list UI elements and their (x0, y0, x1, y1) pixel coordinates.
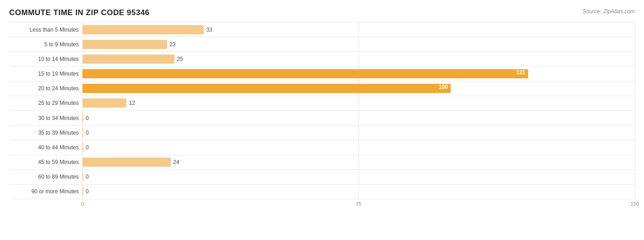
bar-track: 12 (82, 96, 635, 110)
bar-fill (82, 143, 83, 152)
bar-value-outside: 0 (86, 144, 89, 151)
bar-row: 10 to 14 Minutes25 (9, 52, 635, 66)
bar-fill (82, 158, 171, 167)
bar-fill (82, 25, 204, 34)
grid-line (359, 52, 359, 66)
grid-line (635, 52, 635, 66)
bar-row: Less than 5 Minutes33 (9, 22, 635, 37)
bar-value-outside: 0 (86, 174, 89, 180)
grid-line (359, 155, 359, 169)
bar-track: 25 (82, 52, 635, 66)
chart-title: COMMUTE TIME IN ZIP CODE 95346 (9, 8, 150, 17)
bar-track: 0 (82, 185, 635, 199)
bar-row: 30 to 34 Minutes0 (9, 111, 635, 125)
bar-value-outside: 0 (86, 130, 89, 136)
bar-label: 40 to 44 Minutes (9, 144, 82, 151)
grid-line (635, 140, 635, 154)
bar-label: 30 to 34 Minutes (9, 115, 82, 121)
x-tick: 0 (81, 201, 84, 207)
x-tick: 75 (356, 201, 361, 207)
bar-label: 60 to 89 Minutes (9, 174, 82, 180)
bar-track: 33 (82, 22, 635, 37)
bar-value-outside: 23 (169, 41, 175, 48)
grid-line (635, 125, 635, 140)
bar-row: 15 to 19 Minutes121 (9, 67, 635, 82)
bar-label: Less than 5 Minutes (9, 27, 82, 33)
x-axis: 075150 (82, 201, 635, 210)
bar-value-inside: 100 (439, 84, 448, 90)
bar-fill (82, 114, 83, 123)
grid-line (635, 111, 635, 125)
grid-line (359, 22, 359, 37)
grid-line (359, 37, 359, 51)
grid-line (359, 111, 359, 125)
grid-line (359, 125, 359, 140)
bar-row: 60 to 89 Minutes0 (9, 170, 635, 185)
grid-line (635, 155, 635, 169)
bar-fill (82, 55, 175, 64)
x-tick: 150 (631, 201, 639, 207)
bar-row: 45 to 59 Minutes24 (9, 155, 635, 170)
bar-fill: 100 (82, 84, 451, 93)
bar-label: 45 to 59 Minutes (9, 159, 82, 165)
bar-value-outside: 25 (177, 56, 183, 62)
chart-body: Less than 5 Minutes335 to 9 Minutes2310 … (9, 22, 635, 210)
bar-track: 100 (82, 82, 635, 96)
grid-line (635, 67, 635, 81)
grid-line (359, 96, 359, 110)
bar-track: 121 (82, 67, 635, 81)
bar-track: 0 (82, 125, 635, 140)
bar-value-inside: 121 (516, 69, 525, 76)
bar-track: 0 (82, 140, 635, 154)
grid-line (635, 37, 635, 51)
bar-track: 0 (82, 170, 635, 184)
bar-label: 35 to 39 Minutes (9, 130, 82, 136)
bar-row: 35 to 39 Minutes0 (9, 125, 635, 140)
bar-fill: 121 (82, 69, 528, 78)
bar-row: 5 to 9 Minutes23 (9, 37, 635, 52)
grid-line (359, 185, 359, 199)
grid-line (635, 96, 635, 110)
bar-label: 15 to 19 Minutes (9, 71, 82, 77)
bar-label: 10 to 14 Minutes (9, 56, 82, 62)
bar-row: 90 or more Minutes0 (9, 185, 635, 199)
bar-track: 23 (82, 37, 635, 51)
grid-line (635, 185, 635, 199)
bar-row: 40 to 44 Minutes0 (9, 140, 635, 155)
bar-fill (82, 98, 126, 108)
chart-source: Source: ZipAtlas.com (583, 8, 635, 15)
bar-fill (82, 128, 83, 137)
bar-value-outside: 33 (206, 27, 212, 33)
chart-container: COMMUTE TIME IN ZIP CODE 95346 Source: Z… (0, 0, 644, 240)
bar-label: 5 to 9 Minutes (9, 41, 82, 48)
bar-track: 24 (82, 155, 635, 169)
grid-line (635, 22, 635, 37)
bar-value-outside: 0 (86, 115, 89, 121)
bar-fill (82, 187, 83, 196)
bar-row: 20 to 24 Minutes100 (9, 82, 635, 96)
grid-line (635, 82, 635, 96)
bar-fill (82, 40, 167, 49)
bar-label: 25 to 29 Minutes (9, 100, 82, 106)
bar-value-outside: 0 (86, 188, 89, 195)
bars-area: Less than 5 Minutes335 to 9 Minutes2310 … (9, 22, 635, 199)
bar-row: 25 to 29 Minutes12 (9, 96, 635, 111)
bar-value-outside: 12 (129, 100, 135, 106)
bar-label: 20 to 24 Minutes (9, 85, 82, 92)
grid-line (359, 140, 359, 154)
bar-track: 0 (82, 111, 635, 125)
bar-value-outside: 24 (173, 159, 179, 165)
grid-line (359, 170, 359, 184)
bar-fill (82, 172, 83, 181)
chart-header: COMMUTE TIME IN ZIP CODE 95346 Source: Z… (9, 8, 635, 17)
bar-label: 90 or more Minutes (9, 188, 82, 195)
grid-line (635, 170, 635, 184)
